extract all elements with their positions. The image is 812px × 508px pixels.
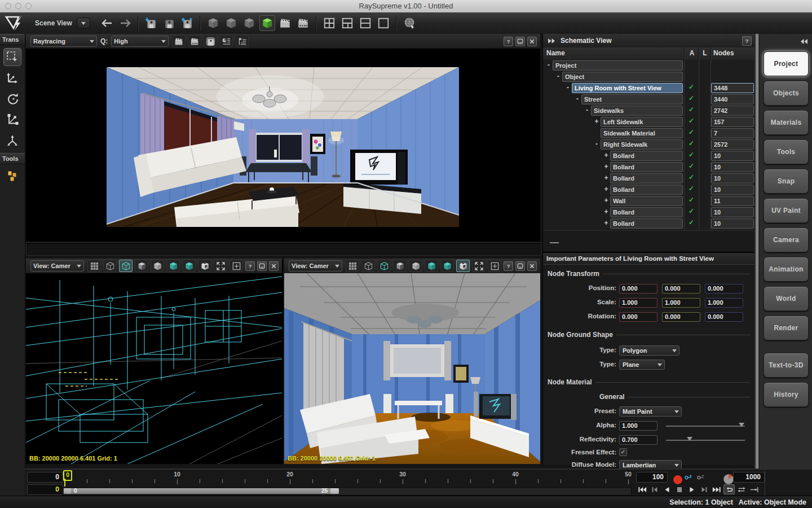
tree-row[interactable]: -Right Sidewalk✓2572 — [543, 139, 755, 150]
textured-cube-icon[interactable] — [440, 260, 454, 272]
layout-top-split-icon[interactable] — [339, 15, 355, 31]
collapse-panel-icon[interactable] — [760, 34, 812, 47]
rail-button-snap[interactable]: Snap — [764, 169, 809, 194]
clapper-anim-icon[interactable] — [188, 35, 201, 47]
help-icon[interactable]: ? — [742, 36, 752, 46]
close-icon[interactable] — [527, 37, 537, 46]
rotation-y-field[interactable]: 0.000 — [662, 312, 700, 322]
tree-row[interactable]: +Bollard✓10 — [543, 207, 755, 218]
teal-wire-cube-icon[interactable] — [119, 260, 133, 272]
cube-icon[interactable] — [223, 15, 239, 31]
tree-expand-icon[interactable]: + — [603, 163, 609, 170]
tree-row[interactable]: +Bollard✓10 — [543, 184, 755, 195]
reflectivity-slider[interactable] — [666, 440, 745, 441]
tree-expand-icon[interactable]: + — [603, 151, 609, 159]
flat-cube-icon[interactable] — [151, 260, 164, 272]
tree-expand-icon[interactable]: + — [603, 208, 609, 216]
detach-icon[interactable] — [515, 261, 525, 271]
active-check-icon[interactable]: ✓ — [685, 83, 698, 91]
tree-expand-icon[interactable]: + — [603, 185, 609, 193]
rail-button-history[interactable]: History — [764, 382, 809, 407]
save-icon[interactable] — [161, 15, 177, 31]
tree-collapse-icon[interactable]: - — [575, 95, 580, 103]
stats-icon[interactable] — [219, 35, 233, 47]
scale-icon[interactable] — [3, 111, 21, 129]
pingpong-icon[interactable] — [736, 484, 747, 494]
layout-quad-icon[interactable] — [321, 15, 337, 31]
active-check-icon[interactable]: ✓ — [685, 185, 698, 192]
active-check-icon[interactable]: ✓ — [685, 173, 698, 181]
tree-node-label[interactable]: Left Sidewalk — [601, 117, 683, 127]
textured-cube-icon[interactable] — [182, 260, 196, 272]
reflectivity-field[interactable]: 0.700 — [619, 435, 657, 445]
view-camera-dropdown[interactable]: View: Camer — [30, 260, 84, 271]
grid-icon[interactable] — [87, 260, 101, 272]
tree-node-label[interactable]: Living Room with Street View — [572, 83, 683, 93]
rail-button-uv-paint[interactable]: UV Paint — [764, 198, 809, 223]
stop-icon[interactable] — [674, 484, 685, 494]
grid-icon[interactable] — [346, 260, 359, 272]
rail-button-world[interactable]: World — [764, 286, 809, 311]
open-icon[interactable] — [143, 15, 159, 31]
maximize-icon[interactable] — [214, 260, 227, 272]
scale-y-field[interactable]: 1.000 — [662, 298, 700, 308]
tree-collapse-icon[interactable]: - — [584, 106, 590, 114]
tree-row[interactable]: +Wall✓11 — [543, 195, 755, 207]
scale-x-field[interactable]: 1.000 — [619, 298, 657, 308]
tree-row[interactable]: +Bollard✓10 — [543, 173, 755, 184]
position-z-field[interactable]: 0.000 — [705, 284, 743, 294]
active-check-icon[interactable]: ✓ — [685, 207, 698, 215]
tree-row[interactable]: -Project — [543, 60, 755, 71]
rail-button-materials[interactable]: Materials — [764, 110, 809, 135]
loop-icon[interactable] — [723, 484, 735, 494]
wire-cube-icon[interactable] — [361, 260, 375, 272]
tree-expand-icon[interactable]: + — [594, 117, 599, 125]
timeline-ruler[interactable]: 010203040500 — [25, 470, 634, 487]
timeline-scroll-track[interactable]: 0 25 — [62, 487, 632, 496]
skip-end-icon[interactable] — [711, 484, 722, 494]
range-start-handle[interactable] — [64, 488, 71, 494]
fit-view-icon[interactable] — [488, 260, 501, 272]
range-end-handle[interactable] — [330, 488, 339, 494]
tree-node-label[interactable]: Bollard — [610, 151, 683, 161]
cube-icon[interactable] — [205, 15, 221, 31]
forward-icon[interactable] — [117, 15, 133, 31]
blocks-icon[interactable] — [3, 167, 21, 185]
layout-single-icon[interactable] — [376, 15, 391, 31]
rotate-icon[interactable] — [3, 90, 21, 108]
ground-type-dropdown[interactable]: Polygon — [619, 345, 679, 356]
maximize-icon[interactable] — [472, 260, 486, 272]
tree-scroll-dash[interactable]: — — [550, 238, 559, 248]
active-check-icon[interactable]: ✓ — [685, 117, 698, 125]
tree-node-label[interactable]: Sidewalks — [591, 106, 683, 116]
render-mode-dropdown[interactable]: Raytracing — [30, 36, 97, 47]
tree-row[interactable]: -Sidewalks✓2742 — [543, 105, 755, 116]
checker-cube-icon[interactable] — [456, 260, 470, 272]
tree-node-label[interactable]: Bollard — [610, 218, 683, 229]
scale-z-field[interactable]: 1.000 — [705, 298, 743, 308]
pivot-icon[interactable] — [3, 132, 21, 150]
active-check-icon[interactable]: ✓ — [685, 218, 698, 226]
wire-cube-icon[interactable] — [103, 260, 117, 272]
quality-dropdown[interactable]: High — [111, 36, 169, 47]
play-back-icon[interactable] — [661, 484, 673, 494]
tree-row[interactable]: -Street✓3440 — [543, 94, 755, 105]
cube-icon[interactable] — [241, 15, 257, 31]
save-plus-icon[interactable] — [179, 15, 195, 31]
rail-button-camera[interactable]: Camera — [764, 227, 809, 252]
log-icon[interactable] — [235, 35, 249, 47]
tree-collapse-icon[interactable]: - — [594, 140, 599, 148]
save-render-icon[interactable] — [204, 35, 217, 47]
tree-node-label[interactable]: Sidewalk Material — [601, 128, 683, 138]
tree-row[interactable]: +Left Sidewalk✓157 — [543, 116, 755, 128]
tree-node-label[interactable]: Object — [562, 72, 683, 82]
checker-cube-icon[interactable] — [198, 260, 211, 272]
play-icon[interactable] — [686, 484, 698, 494]
tree-expand-icon[interactable]: + — [603, 219, 609, 227]
tree-node-label[interactable]: Wall — [610, 196, 683, 206]
position-x-field[interactable]: 0.000 — [619, 284, 657, 294]
shaded-canvas[interactable]: BB: 20000 20000 6.401 Grid: 1 — [284, 273, 540, 464]
active-check-icon[interactable]: ✓ — [685, 162, 698, 170]
rail-button-tools[interactable]: Tools — [764, 139, 809, 164]
close-icon[interactable] — [527, 261, 537, 271]
